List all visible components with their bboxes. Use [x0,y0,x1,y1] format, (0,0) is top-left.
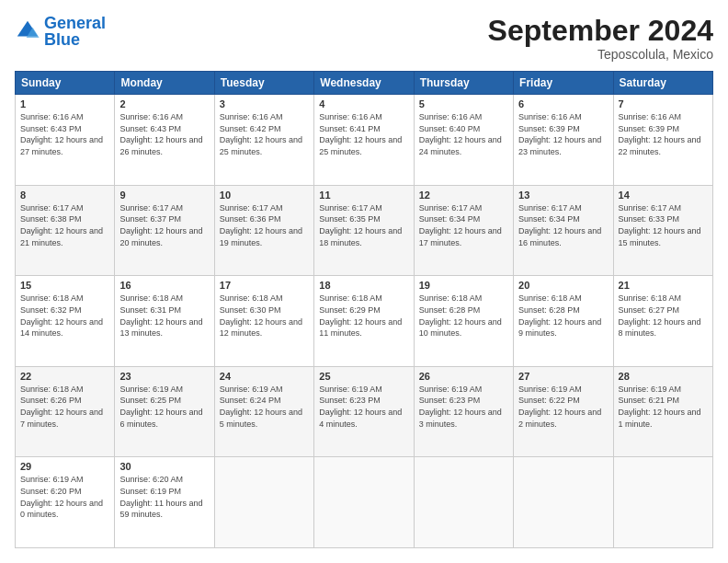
table-row: 1 Sunrise: 6:16 AM Sunset: 6:43 PM Dayli… [16,95,115,186]
table-row [214,457,313,548]
day-number: 4 [319,98,408,109]
daylight-text: Daylight: 12 hours and 22 minutes. [619,134,708,157]
day-number: 2 [119,98,209,109]
sunset-text: Sunset: 6:23 PM [419,395,508,407]
day-info: Sunrise: 6:17 AM Sunset: 6:37 PM Dayligh… [119,202,209,248]
day-number: 19 [419,280,508,291]
sunset-text: Sunset: 6:39 PM [619,123,708,135]
sunset-text: Sunset: 6:29 PM [319,304,408,316]
daylight-text: Daylight: 12 hours and 27 minutes. [20,134,109,157]
table-row: 20 Sunrise: 6:18 AM Sunset: 6:28 PM Dayl… [514,276,613,367]
week-row-4: 22 Sunrise: 6:18 AM Sunset: 6:26 PM Dayl… [16,366,713,457]
header: General Blue September 2024 Teposcolula,… [15,15,713,62]
daylight-text: Daylight: 12 hours and 10 minutes. [419,316,508,339]
logo: General Blue [15,15,106,48]
sunset-text: Sunset: 6:32 PM [20,304,109,316]
daylight-text: Daylight: 12 hours and 16 minutes. [518,225,608,248]
daylight-text: Daylight: 12 hours and 14 minutes. [20,316,109,339]
daylight-text: Daylight: 12 hours and 25 minutes. [220,134,309,157]
table-row: 19 Sunrise: 6:18 AM Sunset: 6:28 PM Dayl… [414,276,513,367]
day-info: Sunrise: 6:18 AM Sunset: 6:31 PM Dayligh… [119,293,209,339]
col-saturday: Saturday [613,72,712,95]
day-number: 14 [619,190,708,201]
day-info: Sunrise: 6:18 AM Sunset: 6:29 PM Dayligh… [319,293,408,339]
day-number: 16 [119,280,209,291]
day-info: Sunrise: 6:19 AM Sunset: 6:22 PM Dayligh… [518,384,608,430]
table-row: 23 Sunrise: 6:19 AM Sunset: 6:25 PM Dayl… [115,366,214,457]
col-sunday: Sunday [16,72,115,95]
logo-icon [15,18,40,44]
page: General Blue September 2024 Teposcolula,… [0,0,728,563]
day-info: Sunrise: 6:19 AM Sunset: 6:21 PM Dayligh… [619,384,708,430]
day-number: 15 [20,280,109,291]
sunrise-text: Sunrise: 6:17 AM [319,202,408,214]
sunset-text: Sunset: 6:43 PM [119,123,209,135]
sunrise-text: Sunrise: 6:16 AM [518,111,608,123]
sunset-text: Sunset: 6:42 PM [220,123,309,135]
sunrise-text: Sunrise: 6:19 AM [619,384,708,396]
daylight-text: Daylight: 12 hours and 20 minutes. [119,225,209,248]
week-row-2: 8 Sunrise: 6:17 AM Sunset: 6:38 PM Dayli… [16,185,713,276]
table-row: 12 Sunrise: 6:17 AM Sunset: 6:34 PM Dayl… [414,185,513,276]
table-row: 11 Sunrise: 6:17 AM Sunset: 6:35 PM Dayl… [314,185,414,276]
sunset-text: Sunset: 6:34 PM [518,213,608,225]
day-number: 13 [518,190,608,201]
daylight-text: Daylight: 12 hours and 23 minutes. [518,134,608,157]
table-row: 17 Sunrise: 6:18 AM Sunset: 6:30 PM Dayl… [214,276,313,367]
sunrise-text: Sunrise: 6:17 AM [419,202,508,214]
day-info: Sunrise: 6:19 AM Sunset: 6:24 PM Dayligh… [220,384,309,430]
sunset-text: Sunset: 6:40 PM [419,123,508,135]
sunrise-text: Sunrise: 6:16 AM [220,111,309,123]
day-info: Sunrise: 6:17 AM Sunset: 6:38 PM Dayligh… [20,202,109,248]
sunrise-text: Sunrise: 6:17 AM [518,202,608,214]
day-info: Sunrise: 6:19 AM Sunset: 6:23 PM Dayligh… [419,384,508,430]
col-friday: Friday [514,72,613,95]
day-info: Sunrise: 6:16 AM Sunset: 6:41 PM Dayligh… [319,111,408,157]
sunrise-text: Sunrise: 6:18 AM [20,384,109,396]
col-monday: Monday [115,72,214,95]
sunset-text: Sunset: 6:38 PM [20,213,109,225]
table-row: 3 Sunrise: 6:16 AM Sunset: 6:42 PM Dayli… [214,95,313,186]
day-info: Sunrise: 6:18 AM Sunset: 6:28 PM Dayligh… [419,293,508,339]
table-row: 13 Sunrise: 6:17 AM Sunset: 6:34 PM Dayl… [514,185,613,276]
sunset-text: Sunset: 6:43 PM [20,123,109,135]
daylight-text: Daylight: 12 hours and 9 minutes. [518,316,608,339]
day-number: 1 [20,98,109,109]
day-number: 5 [419,98,508,109]
day-number: 27 [518,371,608,382]
sunrise-text: Sunrise: 6:16 AM [319,111,408,123]
day-number: 8 [20,190,109,201]
table-row: 8 Sunrise: 6:17 AM Sunset: 6:38 PM Dayli… [16,185,115,276]
day-number: 29 [20,461,109,472]
sunset-text: Sunset: 6:28 PM [419,304,508,316]
sunrise-text: Sunrise: 6:16 AM [119,111,209,123]
sunset-text: Sunset: 6:24 PM [220,395,309,407]
day-info: Sunrise: 6:16 AM Sunset: 6:39 PM Dayligh… [518,111,608,157]
daylight-text: Daylight: 12 hours and 19 minutes. [220,225,309,248]
table-row: 14 Sunrise: 6:17 AM Sunset: 6:33 PM Dayl… [613,185,712,276]
day-number: 18 [319,280,408,291]
day-number: 10 [220,190,309,201]
day-info: Sunrise: 6:16 AM Sunset: 6:43 PM Dayligh… [20,111,109,157]
sunset-text: Sunset: 6:30 PM [220,304,309,316]
col-wednesday: Wednesday [314,72,414,95]
sunrise-text: Sunrise: 6:16 AM [419,111,508,123]
day-info: Sunrise: 6:18 AM Sunset: 6:28 PM Dayligh… [518,293,608,339]
table-row: 4 Sunrise: 6:16 AM Sunset: 6:41 PM Dayli… [314,95,414,186]
day-info: Sunrise: 6:18 AM Sunset: 6:30 PM Dayligh… [220,293,309,339]
day-info: Sunrise: 6:17 AM Sunset: 6:35 PM Dayligh… [319,202,408,248]
daylight-text: Daylight: 12 hours and 6 minutes. [119,407,209,430]
daylight-text: Daylight: 12 hours and 7 minutes. [20,407,109,430]
sunrise-text: Sunrise: 6:18 AM [319,293,408,304]
day-number: 11 [319,190,408,201]
sunrise-text: Sunrise: 6:19 AM [319,384,408,396]
daylight-text: Daylight: 12 hours and 17 minutes. [419,225,508,248]
week-row-3: 15 Sunrise: 6:18 AM Sunset: 6:32 PM Dayl… [16,276,713,367]
daylight-text: Daylight: 12 hours and 5 minutes. [220,407,309,430]
sunrise-text: Sunrise: 6:19 AM [419,384,508,396]
sunrise-text: Sunrise: 6:18 AM [20,293,109,304]
sunrise-text: Sunrise: 6:17 AM [619,202,708,214]
day-info: Sunrise: 6:16 AM Sunset: 6:42 PM Dayligh… [220,111,309,157]
sunrise-text: Sunrise: 6:19 AM [20,474,109,486]
day-info: Sunrise: 6:19 AM Sunset: 6:23 PM Dayligh… [319,384,408,430]
